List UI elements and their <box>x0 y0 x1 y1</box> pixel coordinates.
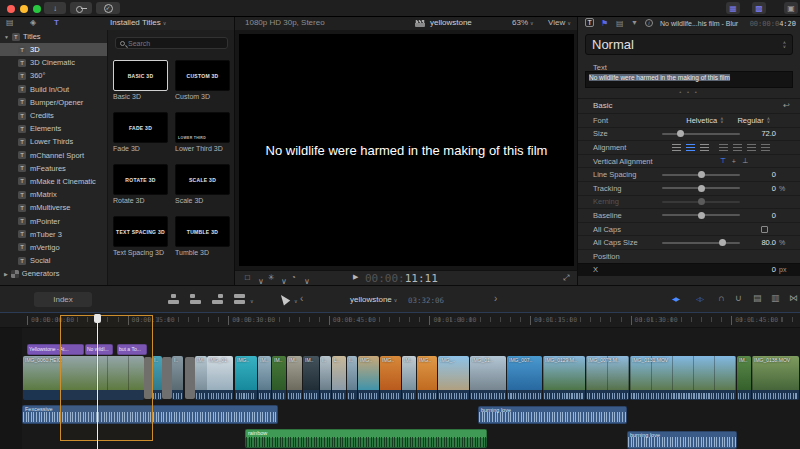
minimize-window-button[interactable] <box>20 5 28 13</box>
video-clip[interactable]: IMG_0131.MOV <box>630 356 736 400</box>
all-caps-checkbox[interactable] <box>761 226 768 233</box>
thumbnail-preview[interactable]: BASIC 3D <box>113 60 168 91</box>
align-right-icon[interactable] <box>700 144 709 151</box>
justify-center-icon[interactable] <box>733 144 742 151</box>
thumbnail-preview[interactable]: TEXT SPACING 3D <box>113 216 168 247</box>
justify-full-icon[interactable] <box>761 144 770 151</box>
title-inspector-tab[interactable]: ⚑ <box>601 19 608 28</box>
sidebar-item-mvertigo[interactable]: TmVertigo <box>0 241 107 254</box>
reset-icon[interactable]: ↩ <box>783 101 790 110</box>
playhead-handle[interactable] <box>94 314 101 323</box>
playhead-line[interactable] <box>97 314 98 449</box>
video-clip[interactable]: IM.. <box>737 356 751 400</box>
sidebar-item-build-in-out[interactable]: TBuild In/Out <box>0 83 107 96</box>
sidebar-item-mchannel-sport[interactable]: TmChannel Sport <box>0 149 107 162</box>
sidebar-item-3d[interactable]: T3D <box>0 43 107 56</box>
sidebar-item-mpointer[interactable]: TmPointer <box>0 214 107 227</box>
sidebar-root-titles[interactable]: ▼ T Titles <box>0 30 107 43</box>
slider-thumb[interactable] <box>698 198 705 205</box>
video-clip[interactable]: IM.. <box>272 356 286 400</box>
line-spacing-slider[interactable] <box>662 174 740 176</box>
video-clip[interactable]: IMG.. <box>417 356 437 400</box>
thumbnail-preview[interactable]: TUMBLE 3D <box>175 216 230 247</box>
audio-skimming-toggle-icon[interactable]: ◁▷ <box>696 295 703 302</box>
video-clip[interactable]: IMG_0073.M.. <box>586 356 629 400</box>
sidebar-item-mmatrix[interactable]: TmMatrix <box>0 188 107 201</box>
valign-middle-icon[interactable]: + <box>732 158 736 165</box>
title-thumbnail-rotate-3d[interactable]: ROTATE 3DRotate 3D <box>113 164 168 204</box>
viewer-view-dropdown[interactable]: View∨ <box>548 18 571 27</box>
search-input[interactable]: Search <box>115 37 228 49</box>
snapping-toggle-icon[interactable]: ∪ <box>735 293 742 303</box>
solo-toggle-icon[interactable]: ∩ <box>718 293 724 303</box>
timeline-project-dropdown[interactable]: yellowstone∨ <box>350 295 397 304</box>
previous-project-button[interactable]: ‹ <box>300 293 303 304</box>
video-clip[interactable]: IMG_01.. <box>470 356 506 400</box>
preset-dropdown[interactable]: Normal ∧∨ <box>585 34 793 55</box>
title-thumbnail-tumble-3d[interactable]: TUMBLE 3DTumble 3D <box>175 216 230 256</box>
title-thumbnail-lower-third-3d[interactable]: LOWER THIRDLower Third 3D <box>175 112 230 152</box>
clips-pane-icon[interactable]: ▤ <box>753 293 762 303</box>
text-inspector-tab[interactable]: T <box>585 18 594 27</box>
video-clip[interactable]: IMG_007.. <box>507 356 542 400</box>
insert-edit-button[interactable] <box>190 294 201 304</box>
video-clip[interactable]: I.. <box>320 356 331 400</box>
timeline[interactable]: 00:00:00:0000:00:15:0000:00:30:0000:00:4… <box>0 314 800 449</box>
align-left-icon[interactable] <box>672 144 681 151</box>
viewer-canvas[interactable]: No wildlife were harmed in the making of… <box>239 34 574 266</box>
video-clip[interactable]: I.. <box>152 356 162 400</box>
title-thumbnail-fade-3d[interactable]: FADE 3DFade 3D <box>113 112 168 152</box>
inspector-toggle-button[interactable]: ▣ <box>784 2 798 14</box>
index-button[interactable]: Index <box>34 292 92 307</box>
thumbnail-preview[interactable]: CUSTOM 3D <box>175 60 230 91</box>
video-clip[interactable]: I.. <box>172 356 183 400</box>
textfield-resize-handle[interactable]: • • • <box>578 89 800 95</box>
thumbnail-preview[interactable]: SCALE 3D <box>175 164 230 195</box>
append-edit-button[interactable] <box>212 294 223 304</box>
audio-clip[interactable]: burning love <box>478 406 627 424</box>
font-family-dropdown[interactable]: Helvetica∧∨ <box>686 116 723 125</box>
video-clip[interactable]: IMG.. <box>380 356 401 400</box>
transform-tool-button[interactable]: □ <box>245 273 250 282</box>
sidebar-item-mmultiverse[interactable]: TmMultiverse <box>0 201 107 214</box>
zoom-window-button[interactable] <box>33 5 41 13</box>
kerning-slider[interactable] <box>662 201 740 203</box>
video-clip[interactable]: IMG.. <box>358 356 379 400</box>
slider-thumb[interactable] <box>677 130 684 137</box>
sidebar-item-elements[interactable]: TElements <box>0 122 107 135</box>
justify-left-icon[interactable] <box>719 144 728 151</box>
all-caps-size-slider[interactable] <box>662 242 740 244</box>
range-selection[interactable] <box>60 315 153 441</box>
video-clip[interactable]: L.. <box>332 356 346 400</box>
title-thumbnail-custom-3d[interactable]: CUSTOM 3DCustom 3D <box>175 60 230 100</box>
video-inspector-tab[interactable]: ▤ <box>616 19 624 28</box>
disclosure-triangle-icon[interactable]: ▼ <box>4 34 9 40</box>
sidebar-item-mtuber-3[interactable]: TmTuber 3 <box>0 228 107 241</box>
disclosure-triangle-icon[interactable]: ▶ <box>4 271 8 277</box>
slider-thumb[interactable] <box>698 212 705 219</box>
video-clip[interactable]: IM.. <box>402 356 416 400</box>
retime-button[interactable]: ◔ <box>291 273 296 282</box>
sidebar-item-bumper-opener[interactable]: TBumper/Opener <box>0 96 107 109</box>
photos-audio-browser-icon[interactable]: ◈ <box>30 18 36 27</box>
transform-inspector-tab[interactable]: ▼ <box>631 19 638 26</box>
titles-generators-browser-icon[interactable]: T <box>54 18 59 27</box>
sidebar-item-mmake-it-cinematic[interactable]: TmMake it Cinematic <box>0 175 107 188</box>
video-clip[interactable]: IM.. <box>287 356 302 400</box>
video-clip[interactable]: IMG_0138.MOV <box>752 356 799 400</box>
connect-edit-button[interactable] <box>168 294 179 304</box>
thumbnail-preview[interactable]: LOWER THIRD <box>175 112 230 143</box>
check-button[interactable]: ✓ <box>96 2 120 14</box>
sidebar-item-social[interactable]: TSocial <box>0 254 107 267</box>
play-button[interactable]: ▶ <box>353 273 358 281</box>
gap-clip[interactable] <box>162 357 172 399</box>
audio-clip[interactable]: rainbow <box>245 429 487 448</box>
next-project-button[interactable]: › <box>494 293 497 304</box>
title-text-on-canvas[interactable]: No wildlife were harmed in the making of… <box>266 143 548 158</box>
video-clip[interactable]: IM.. <box>258 356 271 400</box>
slider-thumb[interactable] <box>698 185 705 192</box>
video-clip[interactable]: IMG_0129.M.. <box>543 356 585 400</box>
title-thumbnail-text-spacing-3d[interactable]: TEXT SPACING 3DText Spacing 3D <box>113 216 168 256</box>
sidebar-item-3d-cinematic[interactable]: T3D Cinematic <box>0 56 107 69</box>
audio-clip[interactable]: burning love <box>627 431 737 449</box>
